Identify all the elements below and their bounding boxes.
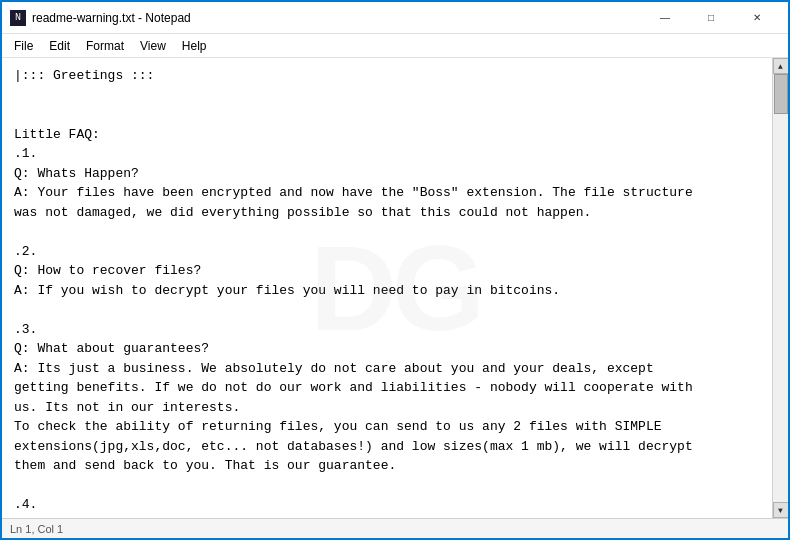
scroll-down-arrow[interactable]: ▼	[773, 502, 789, 518]
menu-format[interactable]: Format	[78, 37, 132, 55]
scroll-track[interactable]	[773, 74, 788, 502]
app-icon: N	[10, 10, 26, 26]
cursor-position: Ln 1, Col 1	[10, 523, 63, 535]
text-editor[interactable]: |::: Greetings ::: Little FAQ: .1. Q: Wh…	[2, 58, 772, 518]
maximize-button[interactable]: □	[688, 2, 734, 34]
menu-view[interactable]: View	[132, 37, 174, 55]
scroll-up-arrow[interactable]: ▲	[773, 58, 789, 74]
minimize-button[interactable]: —	[642, 2, 688, 34]
menu-file[interactable]: File	[6, 37, 41, 55]
menu-bar: File Edit Format View Help	[2, 34, 788, 58]
scrollbar[interactable]: ▲ ▼	[772, 58, 788, 518]
window-title: readme-warning.txt - Notepad	[32, 11, 642, 25]
menu-help[interactable]: Help	[174, 37, 215, 55]
status-bar: Ln 1, Col 1	[2, 518, 788, 538]
window-controls: — □ ✕	[642, 2, 780, 34]
title-bar: N readme-warning.txt - Notepad — □ ✕	[2, 2, 788, 34]
notepad-window: N readme-warning.txt - Notepad — □ ✕ Fil…	[0, 0, 790, 540]
app-icon-letter: N	[15, 12, 21, 23]
scroll-thumb[interactable]	[774, 74, 788, 114]
content-area: DG |::: Greetings ::: Little FAQ: .1. Q:…	[2, 58, 788, 518]
close-button[interactable]: ✕	[734, 2, 780, 34]
menu-edit[interactable]: Edit	[41, 37, 78, 55]
